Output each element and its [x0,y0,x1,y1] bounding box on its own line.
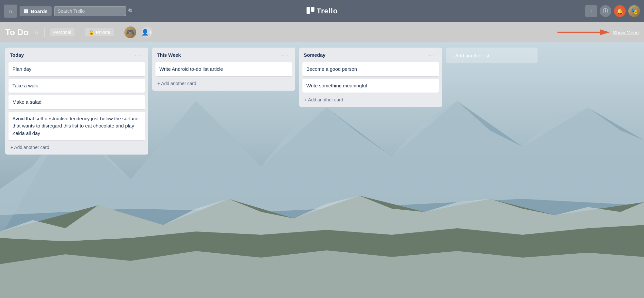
board-personal-button[interactable]: Personal [50,28,74,36]
show-menu-area: Show Menu [557,27,639,37]
user-avatar-icon: 🎭 [631,7,638,15]
search-icon: 🔍 [128,8,135,14]
list-someday-title: Someday [304,52,326,58]
visibility-label: Private [96,30,110,35]
header-divider-3 [119,28,119,37]
search-input[interactable] [54,6,126,16]
list-this-week-header: This Week ··· [155,51,292,59]
user-avatar-button[interactable]: 🎭 [628,5,640,17]
card-meaningful[interactable]: Write something meaningful [302,79,439,93]
info-button[interactable]: ⓘ [600,5,611,17]
svg-rect-1 [311,7,314,12]
list-someday: Someday ··· Become a good person Write s… [299,48,442,107]
lock-icon: 🔒 [89,30,94,35]
trello-text: Trello [317,7,338,15]
nav-right-actions: + ⓘ 🔔 🎭 [585,5,640,17]
personal-label: Personal [53,30,71,35]
member-avatar[interactable]: 🎮 [124,26,136,38]
add-button[interactable]: + [585,5,597,17]
board-header: To Do ☆ Personal 🔒 Private 🎮 👤+ Show Men… [0,22,644,42]
card-plan-day[interactable]: Plan day [8,62,145,76]
search-wrapper: 🔍 [54,6,135,16]
trello-logo: Trello [306,7,338,16]
top-navigation: ⌂ ▦ Boards 🔍 Trello + ⓘ 🔔 🎭 [0,0,644,22]
card-take-walk[interactable]: Take a walk [8,79,145,93]
show-menu-arrow [557,27,610,37]
this-week-add-card-button[interactable]: + Add another card [155,79,292,88]
card-make-salad[interactable]: Make a salad [8,95,145,109]
card-avoid-tendency[interactable]: Avoid that self-destructive tendency jus… [8,112,145,141]
plus-icon: + [589,8,592,14]
card-android-article[interactable]: Write Android to-do list article [155,62,292,76]
boards-label: Boards [31,8,48,14]
list-this-week-menu-button[interactable]: ··· [280,51,291,59]
boards-grid-icon: ▦ [24,8,28,14]
svg-marker-3 [600,29,610,35]
list-someday-header: Someday ··· [302,51,439,59]
board-visibility-button[interactable]: 🔒 Private [85,28,114,36]
card-good-person[interactable]: Become a good person [302,62,439,76]
bell-icon: 🔔 [617,8,623,14]
list-today-menu-button[interactable]: ··· [133,51,144,59]
member-avatar-icon: 🎮 [126,28,134,36]
home-button[interactable]: ⌂ [4,5,17,18]
notifications-button[interactable]: 🔔 [614,5,626,17]
add-list-label: + Add another list [451,53,489,58]
add-member-icon: 👤+ [141,29,152,36]
someday-add-card-button[interactable]: + Add another card [302,95,439,104]
boards-button[interactable]: ▦ Boards [20,6,52,16]
list-someday-menu-button[interactable]: ··· [427,51,438,59]
board-star-button[interactable]: ☆ [34,29,39,36]
trello-logo-icon [306,7,315,16]
header-divider-1 [44,28,45,37]
list-today-title: Today [10,52,24,58]
show-menu-link[interactable]: Show Menu [613,30,639,35]
svg-marker-9 [0,250,644,298]
board-body: Today ··· Plan day Take a walk Make a sa… [0,42,644,298]
lists-container: Today ··· Plan day Take a walk Make a sa… [0,42,543,160]
today-add-card-button[interactable]: + Add another card [8,143,145,152]
list-this-week: This Week ··· Write Android to-do list a… [152,48,295,91]
list-today: Today ··· Plan day Take a walk Make a sa… [5,48,148,155]
list-today-header: Today ··· [8,51,145,59]
info-icon: ⓘ [603,8,608,15]
list-this-week-title: This Week [157,52,181,58]
board-title: To Do [5,27,29,37]
add-member-button[interactable]: 👤+ [141,27,153,38]
add-list-button[interactable]: + Add another list [446,48,538,63]
svg-rect-0 [307,7,310,14]
header-divider-2 [80,28,80,37]
